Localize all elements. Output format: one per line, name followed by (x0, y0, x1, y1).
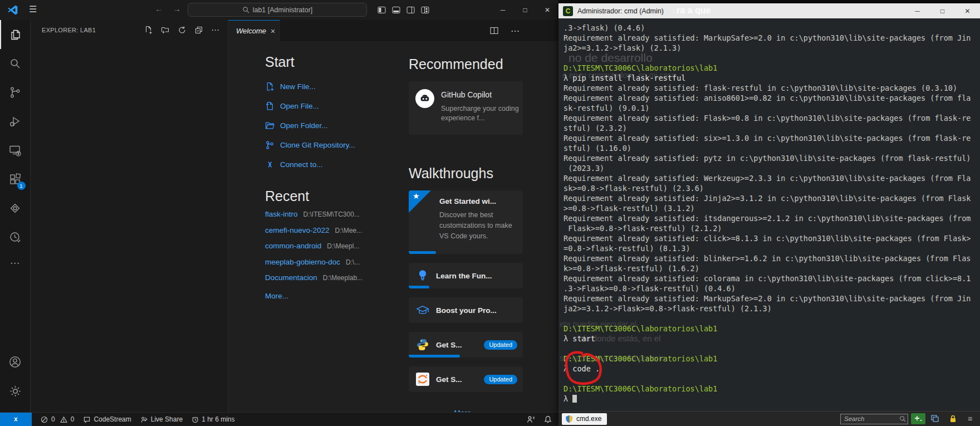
terminal-line: λ pip install flask-restful (564, 73, 980, 83)
back-arrow-icon[interactable]: ← (155, 4, 163, 13)
recent-item[interactable]: common-androidD:\Meepl... (265, 242, 399, 258)
feedback-person-icon (527, 415, 535, 423)
extensions-badge: 1 (17, 182, 26, 190)
new-file-icon[interactable] (144, 26, 153, 35)
recent-name: cemefi-nuevo-2022 (265, 226, 330, 234)
start-item-new-file[interactable]: New File... (265, 77, 399, 96)
terminal-output[interactable]: .3->flask) (0.4.6)Requirement already sa… (558, 18, 980, 411)
walkthrough-title: Learn the Fun... (436, 272, 492, 280)
prompt-symbol: λ (564, 394, 572, 403)
status-bar: 0 0 CodeStream Live Share 1 hr 6 mins (0, 412, 558, 426)
terminal-minimize-button[interactable]: ─ (905, 3, 930, 18)
remote-indicator[interactable] (0, 413, 32, 426)
collapse-all-icon[interactable] (194, 26, 203, 35)
split-editor-icon[interactable] (487, 24, 501, 37)
command-center[interactable]: lab1 [Administrator] (188, 3, 367, 17)
toggle-sidebar-icon[interactable] (374, 3, 389, 17)
tab-close-icon[interactable]: × (271, 27, 275, 35)
notifications-button[interactable] (544, 415, 552, 423)
connect-icon (265, 160, 275, 169)
terminal-line: Requirement already satisfied: Werkzeug>… (564, 173, 980, 183)
conemu-icon: C (563, 6, 573, 16)
terminal-line: =0.8->flask-restful) (8.1.3) (564, 243, 980, 253)
copilot-card[interactable]: GitHub Copilot Supercharge your coding e… (409, 81, 523, 135)
start-item-open-file[interactable]: Open File... (265, 96, 399, 116)
walkthrough-card[interactable]: ★Get Started wi...Discover the best cust… (409, 190, 523, 254)
terminal-close-button[interactable]: ✕ (955, 3, 980, 18)
views-more-icon[interactable]: ⋯ (210, 26, 220, 35)
terminal-line: λ (564, 394, 980, 404)
terminal-lines: .3->flask) (0.4.6)Requirement already sa… (564, 23, 980, 404)
live-share-icon (140, 416, 148, 423)
terminal-titlebar[interactable]: C Administrador: cmd (Admin) ra a que ─ … (558, 3, 980, 18)
walkthrough-title: Boost your Pro... (436, 306, 497, 315)
toggle-panel-icon[interactable] (389, 3, 403, 17)
cmd-tab[interactable]: cmd.exe (562, 413, 607, 425)
feedback-button[interactable] (527, 415, 535, 423)
activity-search[interactable] (0, 49, 31, 78)
tab-label: Welcome (236, 27, 266, 35)
activity-more[interactable]: ⋯ (0, 252, 31, 274)
settings-button[interactable] (0, 376, 31, 405)
time-label: 1 hr 6 mins (202, 415, 234, 423)
walkthrough-card[interactable]: Get S...Updated (409, 332, 523, 358)
activity-time-tracker[interactable] (0, 223, 31, 252)
menu-icon[interactable]: ☰ (29, 4, 37, 14)
time-status[interactable]: 1 hr 6 mins (192, 415, 234, 423)
activity-codestream[interactable] (0, 194, 31, 223)
window-select-button[interactable] (928, 413, 943, 424)
start-item-git-clone[interactable]: Clone Git Repository... (265, 135, 399, 155)
walkthrough-card[interactable]: Learn the Fun... (409, 263, 523, 288)
terminal-search-input[interactable] (840, 414, 908, 424)
prompt-symbol: λ (564, 364, 572, 373)
recommended-heading: Recommended (409, 56, 523, 72)
layout-controls (374, 3, 432, 17)
start-item-open-folder[interactable]: Open Folder... (265, 116, 399, 135)
window-controls: ─ □ ✕ (492, 0, 558, 20)
recent-list: flask-introD:\ITESM\TC300...cemefi-nuevo… (265, 210, 399, 290)
activity-run-debug[interactable] (0, 107, 31, 136)
maximize-button[interactable]: □ (514, 0, 536, 20)
problems-status[interactable]: 0 0 (41, 415, 74, 423)
start-list: New File...Open File...Open Folder...Clo… (265, 77, 399, 174)
codestream-status[interactable]: CodeStream (83, 415, 131, 423)
terminal-maximize-button[interactable]: □ (930, 3, 955, 18)
terminal-line: Flask>=0.8->flask-restful) (2.1.2) (564, 223, 980, 233)
vscode-window: ☰ ← → lab1 [Administrator] ─ □ ✕ (0, 0, 558, 426)
recent-item[interactable]: flask-introD:\ITESM\TC300... (265, 210, 399, 226)
activity-extensions[interactable]: 1 (0, 165, 31, 194)
forward-arrow-icon[interactable]: → (173, 4, 181, 13)
recent-item[interactable]: meeplab-gobierno-docD:\... (265, 258, 399, 274)
toggle-secondary-sidebar-icon[interactable] (403, 3, 418, 17)
recent-more-link[interactable]: More... (265, 292, 399, 300)
start-item-connect[interactable]: Connect to... (265, 155, 399, 174)
explorer-tree[interactable] (31, 40, 228, 408)
tab-welcome[interactable]: Welcome × (228, 20, 280, 41)
editor-more-icon[interactable]: ⋯ (508, 24, 522, 37)
new-console-button[interactable] (911, 413, 925, 424)
activity-source-control[interactable] (0, 78, 31, 107)
terminal-line: >=0.8->flask-restful) (3.1.2) (564, 203, 980, 213)
liveshare-label: Live Share (151, 415, 183, 423)
customize-layout-icon[interactable] (418, 3, 432, 17)
lock-button[interactable] (945, 413, 960, 424)
terminal-line: Requirement already satisfied: blinker>=… (564, 253, 980, 263)
recent-item[interactable]: DocumentacionD:\Meeplab... (265, 273, 399, 290)
prompt-symbol: λ (564, 74, 572, 82)
walkthrough-card[interactable]: Get S...Updated (409, 366, 523, 392)
remote-icon (12, 415, 20, 423)
minimize-button[interactable]: ─ (492, 0, 514, 20)
conemu-menu-button[interactable]: ≡ (963, 413, 977, 424)
walkthrough-title: Get S... (436, 341, 462, 349)
activity-remote-explorer[interactable] (0, 136, 31, 165)
explorer-header: EXPLORER: LAB1 ⋯ (31, 20, 228, 40)
terminal-line: D:\ITESM\TC3006C\laboratorios\lab1 (564, 354, 980, 364)
recent-item[interactable]: cemefi-nuevo-2022D:\Mee... (265, 226, 399, 242)
liveshare-status[interactable]: Live Share (140, 415, 183, 423)
refresh-icon[interactable] (177, 26, 187, 35)
terminal-line: Requirement already satisfied: itsdanger… (564, 213, 980, 223)
accounts-button[interactable] (0, 347, 31, 376)
activity-explorer[interactable] (0, 20, 31, 49)
close-button[interactable]: ✕ (536, 0, 558, 20)
walkthrough-card[interactable]: Boost your Pro... (409, 297, 523, 323)
